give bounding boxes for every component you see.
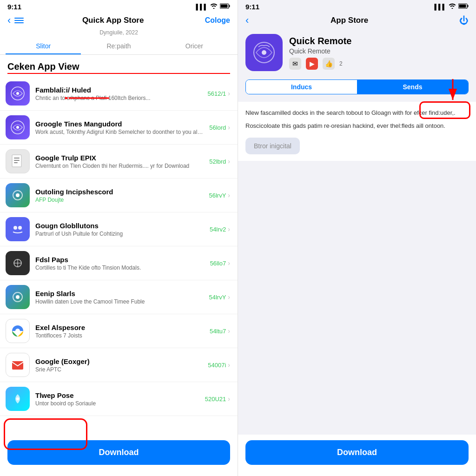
svg-point-15: [18, 226, 22, 230]
list-item[interactable]: Eenip Slarls Howllin daten Love the Camo…: [0, 280, 238, 314]
list-item[interactable]: Google (Eoxger) Srie APTC 54007i ›: [0, 348, 238, 382]
chevron-icon: ›: [228, 293, 230, 301]
app-icon: [6, 319, 30, 343]
app-desc: Howllin daten Love the Camool Timee Fubl…: [35, 298, 203, 305]
left-download-button[interactable]: Download: [7, 440, 230, 465]
app-name: Google Trulp EPIX: [35, 154, 204, 162]
left-back-arrow[interactable]: ‹: [7, 14, 11, 26]
app-info: Groogle Tines Mangudord Work acust, Tokn…: [35, 120, 204, 135]
email-badge-icon: ✉: [289, 58, 301, 70]
app-desc: Chntic an to crhphanc a Plafi 160Itch Be…: [35, 95, 202, 101]
app-info: Gougn Globllutons Partrurl of Ush Pultul…: [35, 222, 204, 237]
app-icon: [6, 387, 30, 411]
app-info: Tlwep Pose Untor booird op Soriaule: [35, 391, 199, 407]
list-item[interactable]: Groogle Tines Mangudord Work acust, Tokn…: [0, 111, 238, 145]
tab-oricer[interactable]: Oricer: [157, 39, 232, 54]
right-status-icons: ▌▌▌: [434, 3, 469, 10]
app-name: Famblali:i/ Huled: [35, 86, 202, 94]
right-back-arrow[interactable]: ‹: [245, 14, 249, 26]
svg-rect-26: [468, 5, 469, 7]
red-arrow-left: [65, 91, 112, 105]
app-icon: [6, 251, 30, 275]
left-status-bar: 9:11 ▌▌▌: [0, 0, 238, 13]
app-detail-name: Quick Remote: [289, 36, 469, 46]
app-meta: 52lbrd ›: [209, 158, 230, 165]
app-desc: Work acust, Toknthy Adigrul Kinb Semelch…: [35, 129, 204, 135]
left-header-right[interactable]: Cologe: [202, 16, 230, 25]
app-desc: Srie APTC: [35, 366, 202, 373]
list-item[interactable]: Exel Alspesore Tontifloces 7 Joists 54lt…: [0, 314, 238, 348]
list-item[interactable]: Gougn Globllutons Partrurl of Ush Pultul…: [0, 212, 238, 246]
wifi-icon: [210, 3, 218, 10]
right-status-bar: 9:11 ▌▌▌: [238, 0, 476, 13]
list-item[interactable]: Outoling Incipshescord AFP Doujte 56lrvY…: [0, 178, 238, 212]
chevron-icon: ›: [228, 361, 230, 369]
app-name: Google (Eoxger): [35, 357, 202, 365]
power-icon[interactable]: ⏻: [459, 15, 469, 26]
right-battery-icon: [458, 3, 469, 10]
signal-icon: ▌▌▌: [196, 4, 208, 10]
segment-inducs[interactable]: Inducs: [246, 80, 357, 94]
app-detail-icons-row: ✉ ▶ 👍 2: [289, 58, 469, 70]
app-icon: [6, 285, 30, 309]
right-signal-icon: ▌▌▌: [434, 4, 446, 10]
app-icon: [6, 353, 30, 377]
chevron-icon: ›: [228, 395, 230, 403]
app-info: Famblali:i/ Huled Chntic an to crhphanc …: [35, 86, 202, 101]
list-item[interactable]: Google Trulp EPIX Clverntunt on Tlen Clo…: [0, 145, 238, 178]
app-meta: 56llo7 ›: [210, 259, 230, 267]
svg-point-29: [262, 50, 266, 55]
right-wifi-icon: [449, 3, 456, 10]
app-name: Gougn Globllutons: [35, 222, 204, 230]
list-item[interactable]: Fdsl Paps Cortilles to ti The Kide ofto …: [0, 246, 238, 280]
left-header: ‹ Quick App Store Cologe: [0, 13, 238, 29]
app-info: Google (Eoxger) Srie APTC: [35, 357, 202, 373]
description-text-1: Nlew fascamilled docks in the search tob…: [245, 108, 469, 118]
svg-rect-2: [221, 5, 228, 8]
app-meta: 5612/1 ›: [208, 90, 230, 97]
list-item[interactable]: Famblali:i/ Huled Chntic an to crhphanc …: [0, 77, 238, 111]
app-meta: 54lrvY ›: [209, 293, 230, 301]
app-desc: Partrurl of Ush Pultule for Cohtizing: [35, 231, 204, 237]
app-list: Famblali:i/ Huled Chntic an to crhphanc …: [0, 77, 238, 435]
like-count: 2: [339, 60, 343, 67]
right-download-button[interactable]: Download: [245, 440, 469, 465]
svg-rect-10: [14, 160, 20, 161]
app-info: Exel Alspesore Tontifloces 7 Joists: [35, 324, 204, 339]
app-desc: AFP Doujte: [35, 197, 203, 203]
app-desc: Untor booird op Soriaule: [35, 400, 199, 407]
app-detail-header: Quick Remote Quick Remote ✉ ▶ 👍 2: [238, 29, 476, 76]
svg-point-22: [15, 329, 20, 333]
app-info: Outoling Incipshescord AFP Doujte: [35, 188, 203, 203]
app-detail-info: Quick Remote Quick Remote ✉ ▶ 👍 2: [289, 36, 469, 70]
hamburger-menu[interactable]: [14, 18, 24, 23]
app-icon: [6, 217, 30, 241]
right-time: 9:11: [245, 3, 259, 11]
video-badge-icon: ▶: [306, 58, 318, 70]
list-item[interactable]: Tlwep Pose Untor booird op Soriaule 520U…: [0, 382, 238, 416]
app-meta: 56lord ›: [209, 124, 230, 131]
svg-rect-27: [459, 5, 466, 8]
tab-slitor[interactable]: Slitor: [6, 39, 81, 54]
app-icon: [6, 183, 30, 207]
left-time: 9:11: [7, 3, 21, 11]
like-badge-icon: 👍: [323, 58, 335, 70]
svg-rect-1: [229, 5, 230, 7]
tab-repaith[interactable]: Re:paith: [81, 39, 156, 54]
app-detail-icon: [245, 34, 283, 71]
right-header: ‹ App Store ⏻: [238, 13, 476, 29]
left-tabs: Slitor Re:paith Oricer: [0, 39, 238, 55]
app-info: Fdsl Paps Cortilles to ti The Kide ofto …: [35, 256, 205, 271]
blur-button[interactable]: Btror inigcital: [245, 138, 300, 154]
app-icon: [6, 115, 30, 139]
app-meta: 520U21 ›: [205, 395, 230, 403]
left-download-bar: Download: [0, 435, 238, 476]
battery-icon: [220, 3, 230, 10]
app-desc: Tontifloces 7 Joists: [35, 332, 204, 339]
red-arrow-right: [425, 74, 462, 107]
app-name: Eenip Slarls: [35, 290, 203, 298]
app-meta: 54lrv2 ›: [210, 225, 230, 233]
left-sub-header: Dyngiuile, 2022: [0, 29, 238, 39]
app-name: Tlwep Pose: [35, 391, 199, 399]
chevron-icon: ›: [228, 259, 230, 267]
